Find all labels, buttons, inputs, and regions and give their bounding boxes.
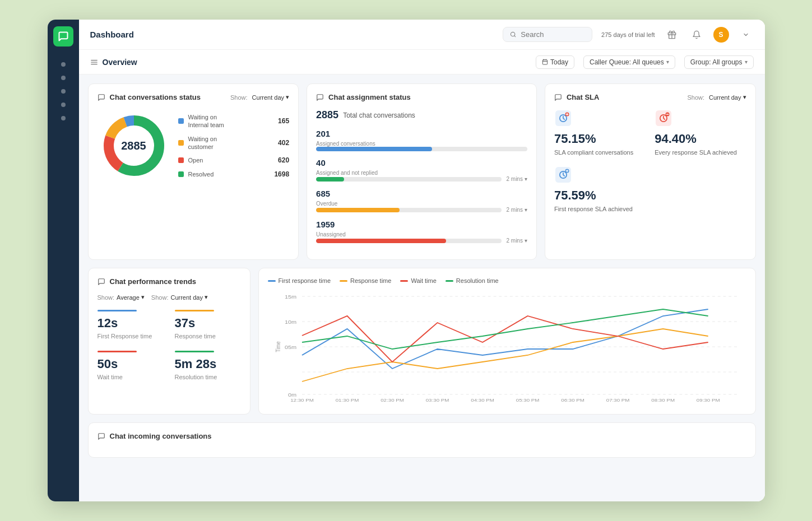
perf-show2-val[interactable]: Current day ▾ (170, 294, 207, 301)
metric-value-0: 12s (98, 316, 164, 331)
legend-line-3 (446, 280, 453, 282)
total-line: 2885 Total chat conversations (316, 109, 527, 121)
bell-icon[interactable] (689, 27, 704, 43)
metric-bar-3 (175, 351, 215, 352)
chat-sla-card: Chat SLA Show: Current day ▾ (545, 83, 756, 260)
chart-legend-1: Response time (340, 277, 391, 284)
sla-label-0: SLA compliant conversations (554, 148, 646, 157)
chat-performance-header: Chat performance trends (98, 277, 241, 286)
main-content: Dashboard 275 days of trial left S (79, 20, 765, 501)
legend-items: Waiting onInternal team 165 Waiting oncu… (178, 113, 290, 178)
metric-label-0: First Response time (98, 333, 164, 339)
metric-label-1: Response time (175, 333, 241, 339)
menu-icon (90, 58, 98, 66)
svg-text:01:30 PM: 01:30 PM (335, 398, 359, 403)
bar-track-3 (316, 239, 502, 243)
svg-text:05m: 05m (284, 345, 296, 350)
legend-line-0 (268, 280, 276, 282)
metric-value-2: 50s (98, 357, 164, 371)
sidebar-dot-2 (61, 76, 66, 80)
assignment-row-1: 40 Assigned and not replied 2 mins ▾ (316, 158, 527, 182)
filter-today[interactable]: Today (536, 55, 574, 69)
sla-icon-2 (554, 166, 572, 184)
svg-text:15m: 15m (284, 294, 296, 300)
metric-0: 12s First Response time (98, 310, 164, 339)
avatar-chevron-icon[interactable] (738, 27, 754, 43)
app-logo[interactable] (53, 26, 73, 46)
calendar-icon (542, 59, 548, 65)
sidebar-dot-1 (61, 62, 66, 67)
search-box[interactable] (503, 27, 592, 42)
svg-rect-5 (542, 60, 547, 64)
metric-bar-0 (98, 310, 137, 311)
filter-caller-queue[interactable]: Caller Queue: All queues ▾ (583, 55, 675, 69)
metric-2: 50s Wait time (98, 351, 164, 380)
sla-label-2: First response SLA achieved (554, 205, 646, 213)
gift-icon[interactable] (664, 27, 680, 43)
incoming-card: Chat incoming conversations (88, 422, 756, 458)
svg-text:06:30 PM: 06:30 PM (561, 398, 584, 403)
search-input[interactable] (521, 30, 585, 39)
chat-status-icon (98, 94, 105, 101)
legend-color-dot (178, 171, 184, 177)
assignment-row-2: 685 Overdue 2 mins ▾ (316, 189, 527, 213)
bar-track-2 (316, 208, 502, 212)
metric-value-1: 37s (175, 316, 241, 331)
metric-value-3: 5m 28s (175, 357, 241, 371)
sla-item-0: 75.15% SLA compliant conversations (554, 109, 646, 157)
perf-show1-val[interactable]: Average ▾ (117, 294, 145, 301)
metric-bar-2 (98, 351, 137, 352)
sla-percent-0: 75.15% (554, 132, 646, 146)
svg-text:Time: Time (275, 341, 281, 352)
donut-chart: 2885 (98, 109, 170, 182)
chevron-down-icon: ▾ (666, 59, 669, 65)
svg-text:07:30 PM: 07:30 PM (606, 398, 629, 403)
legend-color-dot (178, 118, 184, 124)
chart-legend-3: Resolution time (446, 277, 499, 284)
donut-legend: 2885 Waiting onInternal team 165 Waiting… (98, 109, 290, 182)
top-nav: Dashboard 275 days of trial left S (79, 20, 765, 50)
total-num: 2885 (316, 109, 338, 121)
sidebar-dot-3 (61, 89, 66, 94)
assignment-row-3: 1959 Unassigned 2 mins ▾ (316, 220, 527, 244)
sla-item-2: 75.59% First response SLA achieved (554, 166, 646, 213)
legend-color-dot (178, 140, 184, 146)
legend-line-2 (400, 280, 408, 282)
svg-text:10m: 10m (284, 319, 296, 325)
bar-time-3[interactable]: 2 mins ▾ (506, 238, 527, 244)
search-icon (510, 31, 516, 38)
subnav-filters: Today Caller Queue: All queues ▾ Group: … (536, 55, 754, 69)
perf-chevron-icon: ▾ (141, 294, 145, 301)
perf-controls: Show: Average ▾ Show: Current day ▾ (98, 294, 241, 301)
chevron-down-icon: ▾ (745, 59, 748, 65)
total-label: Total chat conversations (343, 111, 415, 119)
sidebar-dot-5 (61, 116, 66, 120)
bottom-row: Chat performance trends Show: Average ▾ … (88, 268, 756, 415)
legend-item-2: Open 620 (178, 156, 290, 164)
bar-track-1 (316, 177, 502, 182)
chat-performance-card: Chat performance trends Show: Average ▾ … (88, 268, 250, 415)
trial-badge: 275 days of trial left (601, 31, 655, 38)
svg-text:08:30 PM: 08:30 PM (651, 398, 675, 403)
donut-center-value: 2885 (121, 139, 146, 152)
sla-percent-1: 94.40% (655, 132, 746, 146)
legend-item-1: Waiting oncustomer 402 (178, 135, 290, 151)
filter-group[interactable]: Group: All groups ▾ (684, 55, 754, 69)
page-title: Dashboard (90, 30, 494, 39)
bar-time-2[interactable]: 2 mins ▾ (506, 207, 527, 213)
assignment-row-0: 201 Assigned conversations (316, 129, 527, 151)
chat-sla-show-value[interactable]: Current day ▾ (709, 94, 746, 101)
bar-time-1[interactable]: 2 mins ▾ (506, 176, 527, 182)
sla-icon-1 (655, 109, 672, 127)
sub-nav: Overview Today Caller Queue: All queues … (79, 50, 765, 75)
chart-legend-0: First response time (268, 277, 331, 284)
svg-text:12:30 PM: 12:30 PM (290, 398, 314, 403)
chat-status-show-value[interactable]: Current day ▾ (252, 94, 289, 101)
metric-label-3: Resolution time (175, 374, 241, 380)
legend-item-0: Waiting onInternal team 165 (178, 113, 290, 129)
metric-3: 5m 28s Resolution time (175, 351, 241, 380)
svg-text:03:30 PM: 03:30 PM (425, 398, 449, 403)
chat-status-header: Chat conversations status Show: Current … (98, 93, 290, 101)
user-avatar[interactable]: S (713, 27, 729, 43)
overview-title: Overview (90, 58, 527, 67)
